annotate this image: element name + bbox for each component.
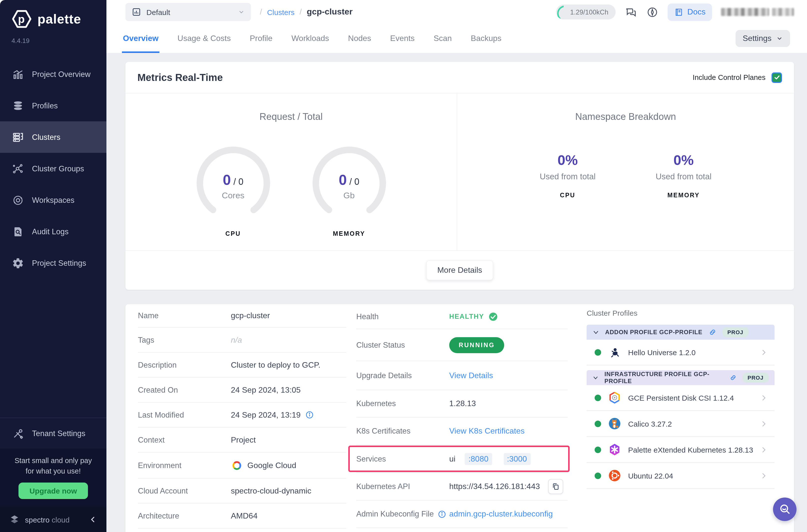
hello-universe-icon: [608, 346, 621, 359]
addon-profile-group: ADDON PROFILE GCP-PROFILE PROJ: [587, 325, 774, 366]
sidebar-item-clusters[interactable]: Clusters: [0, 121, 107, 153]
memory-percent: 0%: [646, 152, 721, 168]
infrastructure-profile-header[interactable]: INFRASTRUCTURE PROFILE GCP-PROFILE PROJ: [587, 370, 774, 385]
brand-logo: p palette: [0, 0, 107, 30]
view-details-link[interactable]: View Details: [449, 371, 493, 380]
memory-total-value: / 0: [349, 177, 359, 187]
include-control-planes: Include Control Planes: [693, 72, 782, 83]
detail-row-services: Services ui :8080 :3000: [356, 445, 568, 473]
calico-icon: [608, 417, 621, 430]
gear-icon: [12, 257, 24, 269]
detail-row-environment: Environment Google Cloud: [138, 453, 346, 478]
include-control-planes-checkbox[interactable]: [771, 72, 782, 83]
breadcrumb-separator: /: [300, 7, 302, 17]
tab-usage-costs[interactable]: Usage & Costs: [176, 34, 231, 53]
memory-metric-label: MEMORY: [309, 230, 389, 237]
namespace-breakdown-panel: Namespace Breakdown 0% Used from total C…: [457, 93, 794, 250]
link-icon[interactable]: [708, 328, 716, 336]
cpu-total-value: / 0: [233, 177, 243, 187]
sidebar-item-project-overview[interactable]: Project Overview: [0, 58, 107, 90]
include-control-planes-label: Include Control Planes: [693, 73, 766, 81]
main-area: Default / Clusters / gcp-cluster 1.29/10…: [107, 0, 807, 532]
view-k8s-certificates-link[interactable]: View K8s Certificates: [449, 426, 525, 436]
sidebar-item-workspaces[interactable]: Workspaces: [0, 184, 107, 216]
profile-item-pxk[interactable]: Palette eXtended Kubernetes 1.28.13: [587, 437, 774, 463]
search-fab-button[interactable]: [773, 497, 796, 521]
memory-gauge: 0/ 0 Gb MEMORY: [309, 144, 389, 237]
audit-doc-icon: [12, 226, 24, 238]
chevron-right-icon: [760, 472, 768, 479]
info-icon[interactable]: [305, 411, 314, 419]
detail-row-context: Context Project: [138, 428, 346, 453]
namespace-memory-stat: 0% Used from total MEMORY: [646, 152, 721, 199]
tabs: Overview Usage & Costs Profile Workloads…: [122, 34, 503, 53]
sidebar-item-profiles[interactable]: Profiles: [0, 90, 107, 121]
profile-item-calico[interactable]: Calico 3.27.2: [587, 411, 774, 437]
status-dot: [595, 420, 601, 427]
user-menu[interactable]: [721, 8, 794, 16]
compass-icon[interactable]: [646, 6, 658, 18]
chevron-right-icon: [760, 420, 768, 428]
sidebar-item-label: Cluster Groups: [32, 164, 84, 173]
tab-scan[interactable]: Scan: [432, 34, 453, 53]
sidebar-nav: Project Overview Profiles Clusters: [0, 58, 107, 279]
docs-button[interactable]: Docs: [667, 3, 712, 21]
tab-events[interactable]: Events: [389, 34, 416, 53]
spectro-cloud-logo-icon: [9, 514, 20, 525]
chat-icon[interactable]: [624, 6, 637, 18]
cluster-profiles-panel: Cluster Profiles ADDON PROFILE GCP-PROFI…: [578, 304, 794, 532]
metrics-title: Metrics Real-Time: [137, 72, 223, 83]
chevron-down-icon: [593, 374, 598, 381]
tab-overview[interactable]: Overview: [122, 34, 159, 53]
tab-profile[interactable]: Profile: [249, 34, 274, 53]
project-selector-dropdown[interactable]: Default: [126, 3, 251, 21]
link-icon[interactable]: [729, 374, 736, 382]
pxk-icon: [608, 443, 621, 456]
breadcrumb: / Clusters / gcp-cluster: [260, 7, 353, 17]
service-port-3000-link[interactable]: :3000: [503, 453, 530, 465]
sidebar-item-project-settings[interactable]: Project Settings: [0, 247, 107, 279]
sidebar-item-audit-logs[interactable]: Audit Logs: [0, 216, 107, 247]
chevron-left-icon[interactable]: [89, 515, 97, 524]
chevron-down-icon: [776, 35, 783, 42]
details-middle-column: Health HEALTHY Cluster Status RUNNING Up…: [356, 304, 578, 532]
request-total-panel: Request / Total 0/ 0 Cores: [126, 93, 457, 250]
sidebar-item-label: Project Overview: [32, 70, 91, 79]
page-title: gcp-cluster: [307, 7, 353, 17]
network-icon: [12, 163, 24, 175]
memory-used-value: 0: [339, 172, 347, 188]
service-port-8080-link[interactable]: :8080: [465, 453, 492, 465]
tab-workloads[interactable]: Workloads: [290, 34, 330, 53]
sidebar-item-label: Tenant Settings: [32, 429, 86, 438]
app-version: 4.4.19: [0, 30, 107, 44]
orbit-icon: [12, 194, 24, 206]
more-details-button[interactable]: More Details: [426, 260, 493, 280]
sidebar-item-tenant-settings[interactable]: Tenant Settings: [0, 418, 107, 449]
memory-metric-label: MEMORY: [646, 192, 721, 199]
settings-button[interactable]: Settings: [735, 30, 790, 47]
detail-row-k8s-certificates: K8s Certificates View K8s Certificates: [356, 418, 568, 445]
proj-badge: PROJ: [722, 327, 748, 337]
cpu-metric-label: CPU: [530, 192, 605, 199]
kubeconfig-download-link[interactable]: admin.gcp-cluster.kubeconfig: [449, 510, 553, 518]
check-circle-icon: [489, 312, 498, 321]
tab-nodes[interactable]: Nodes: [347, 34, 372, 53]
profile-item-gce-disk[interactable]: GCE Persistent Disk CSI 1.12.4: [587, 385, 774, 411]
copy-button[interactable]: [548, 479, 563, 494]
tab-backups[interactable]: Backups: [470, 34, 503, 53]
namespace-cpu-stat: 0% Used from total CPU: [530, 152, 605, 199]
profile-item-ubuntu[interactable]: Ubuntu 22.04: [587, 463, 774, 489]
sidebar-item-cluster-groups[interactable]: Cluster Groups: [0, 153, 107, 184]
status-dot: [595, 349, 601, 356]
topbar-actions: 1.29/100kCh Docs: [556, 3, 797, 21]
book-icon: [674, 7, 683, 17]
layers-icon: [12, 100, 24, 112]
breadcrumb-clusters-link[interactable]: Clusters: [267, 8, 295, 16]
upgrade-now-button[interactable]: Upgrade now: [18, 482, 88, 499]
profile-item-hello-universe[interactable]: Hello Universe 1.2.0: [587, 340, 774, 366]
addon-profile-header[interactable]: ADDON PROFILE GCP-PROFILE PROJ: [587, 325, 774, 340]
metrics-header: Metrics Real-Time Include Control Planes: [126, 62, 794, 93]
gce-disk-icon: [608, 391, 621, 404]
proj-badge: PROJ: [743, 373, 769, 383]
info-icon[interactable]: [438, 510, 446, 518]
